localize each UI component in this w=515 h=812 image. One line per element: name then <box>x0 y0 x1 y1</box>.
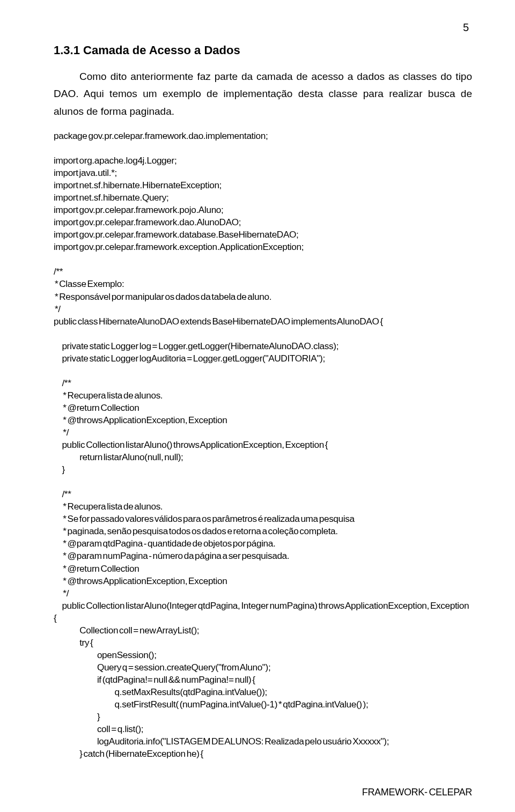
page-number: 5 <box>54 21 472 34</box>
section-title: 1.3.1 Camada de Acesso a Dados <box>54 43 472 57</box>
code-block: package gov.pr.celepar.framework.dao.imp… <box>54 130 472 760</box>
body-paragraph: Como dito anteriormente faz parte da cam… <box>54 68 472 120</box>
footer-text: FRAMEWORK- CELEPAR <box>362 787 472 798</box>
